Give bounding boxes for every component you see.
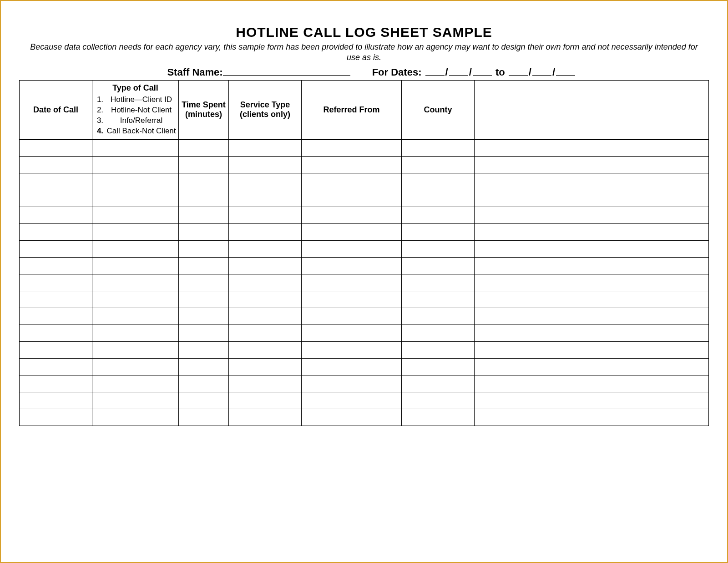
table-cell[interactable]: [402, 156, 475, 173]
table-cell[interactable]: [229, 325, 302, 341]
table-cell[interactable]: [229, 173, 302, 190]
table-cell[interactable]: [302, 358, 402, 375]
table-cell[interactable]: [179, 341, 229, 358]
table-cell[interactable]: [402, 240, 475, 257]
table-cell[interactable]: [302, 240, 402, 257]
table-cell[interactable]: [475, 240, 709, 257]
table-cell[interactable]: [179, 308, 229, 325]
table-cell[interactable]: [20, 257, 92, 274]
table-cell[interactable]: [302, 409, 402, 426]
table-cell[interactable]: [302, 375, 402, 392]
table-cell[interactable]: [229, 207, 302, 223]
table-cell[interactable]: [20, 325, 92, 341]
table-cell[interactable]: [179, 240, 229, 257]
table-cell[interactable]: [475, 308, 709, 325]
table-cell[interactable]: [92, 173, 179, 190]
date-to-dd[interactable]: [532, 65, 551, 76]
table-cell[interactable]: [179, 223, 229, 240]
table-cell[interactable]: [92, 358, 179, 375]
table-cell[interactable]: [92, 190, 179, 207]
table-cell[interactable]: [475, 409, 709, 426]
table-cell[interactable]: [20, 274, 92, 291]
table-cell[interactable]: [302, 223, 402, 240]
table-cell[interactable]: [402, 375, 475, 392]
table-cell[interactable]: [20, 139, 92, 156]
table-cell[interactable]: [20, 223, 92, 240]
table-cell[interactable]: [20, 291, 92, 308]
table-cell[interactable]: [475, 190, 709, 207]
table-cell[interactable]: [229, 375, 302, 392]
table-cell[interactable]: [475, 223, 709, 240]
table-cell[interactable]: [20, 392, 92, 409]
table-cell[interactable]: [402, 173, 475, 190]
date-from-yy[interactable]: [473, 65, 492, 76]
table-cell[interactable]: [179, 207, 229, 223]
table-cell[interactable]: [302, 257, 402, 274]
table-cell[interactable]: [302, 173, 402, 190]
table-cell[interactable]: [475, 139, 709, 156]
table-cell[interactable]: [229, 308, 302, 325]
table-cell[interactable]: [402, 392, 475, 409]
table-cell[interactable]: [92, 375, 179, 392]
table-cell[interactable]: [92, 223, 179, 240]
date-to-mm[interactable]: [509, 65, 528, 76]
table-cell[interactable]: [20, 308, 92, 325]
table-cell[interactable]: [302, 139, 402, 156]
table-cell[interactable]: [302, 190, 402, 207]
date-from-dd[interactable]: [449, 65, 468, 76]
table-cell[interactable]: [179, 257, 229, 274]
table-cell[interactable]: [20, 190, 92, 207]
table-cell[interactable]: [229, 156, 302, 173]
table-cell[interactable]: [20, 240, 92, 257]
table-cell[interactable]: [20, 173, 92, 190]
table-cell[interactable]: [402, 207, 475, 223]
table-cell[interactable]: [229, 358, 302, 375]
table-cell[interactable]: [92, 240, 179, 257]
table-cell[interactable]: [92, 392, 179, 409]
table-cell[interactable]: [92, 257, 179, 274]
table-cell[interactable]: [20, 375, 92, 392]
table-cell[interactable]: [302, 325, 402, 341]
table-cell[interactable]: [20, 341, 92, 358]
table-cell[interactable]: [179, 392, 229, 409]
table-cell[interactable]: [402, 257, 475, 274]
table-cell[interactable]: [179, 325, 229, 341]
table-cell[interactable]: [402, 274, 475, 291]
table-cell[interactable]: [475, 173, 709, 190]
table-cell[interactable]: [229, 240, 302, 257]
table-cell[interactable]: [179, 173, 229, 190]
table-cell[interactable]: [229, 409, 302, 426]
table-cell[interactable]: [179, 409, 229, 426]
table-cell[interactable]: [179, 358, 229, 375]
table-cell[interactable]: [402, 358, 475, 375]
table-cell[interactable]: [475, 207, 709, 223]
table-cell[interactable]: [475, 274, 709, 291]
table-cell[interactable]: [475, 375, 709, 392]
table-cell[interactable]: [179, 274, 229, 291]
table-cell[interactable]: [302, 156, 402, 173]
table-cell[interactable]: [402, 409, 475, 426]
table-cell[interactable]: [92, 291, 179, 308]
table-cell[interactable]: [179, 291, 229, 308]
table-cell[interactable]: [475, 341, 709, 358]
table-cell[interactable]: [302, 274, 402, 291]
table-cell[interactable]: [92, 409, 179, 426]
table-cell[interactable]: [92, 139, 179, 156]
table-cell[interactable]: [229, 291, 302, 308]
table-cell[interactable]: [302, 308, 402, 325]
table-cell[interactable]: [92, 325, 179, 341]
table-cell[interactable]: [20, 207, 92, 223]
date-from-mm[interactable]: [425, 65, 445, 76]
table-cell[interactable]: [475, 257, 709, 274]
table-cell[interactable]: [302, 207, 402, 223]
table-cell[interactable]: [302, 341, 402, 358]
table-cell[interactable]: [475, 156, 709, 173]
table-cell[interactable]: [92, 156, 179, 173]
table-cell[interactable]: [229, 392, 302, 409]
table-cell[interactable]: [229, 341, 302, 358]
table-cell[interactable]: [92, 341, 179, 358]
table-cell[interactable]: [179, 139, 229, 156]
table-cell[interactable]: [229, 223, 302, 240]
table-cell[interactable]: [229, 274, 302, 291]
table-cell[interactable]: [402, 190, 475, 207]
